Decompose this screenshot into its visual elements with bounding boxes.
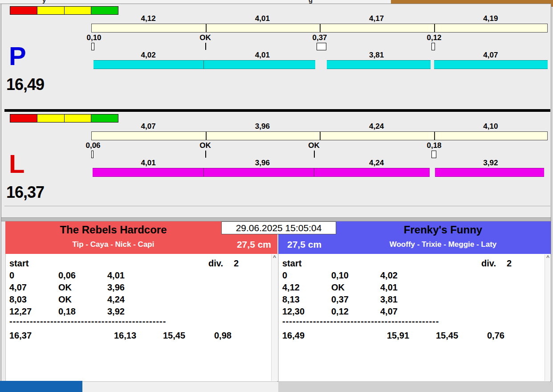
start-light-green-icon bbox=[91, 7, 118, 14]
split-time: 4,10 bbox=[434, 122, 548, 130]
split-time: 4,01 bbox=[205, 14, 319, 22]
start-light-yellow1-icon bbox=[37, 114, 64, 122]
table-scrollbar[interactable]: ^ bbox=[545, 254, 551, 381]
cell: 0,06 bbox=[58, 270, 76, 281]
cell: 0,18 bbox=[58, 306, 76, 317]
table-scrollbar[interactable]: ^ bbox=[271, 254, 277, 381]
table-row: 8,13 0,37 3,81 bbox=[279, 294, 550, 306]
dashed-line: ----------------------------------------… bbox=[282, 316, 439, 327]
jump-height: 27,5 cm bbox=[287, 239, 321, 250]
team-panel-left: The Rebels Hardcore Tip - Caya - Nick - … bbox=[5, 221, 277, 382]
bottom-strip-right bbox=[278, 382, 553, 392]
bar-tick bbox=[434, 132, 435, 140]
lane-letter: P bbox=[9, 43, 26, 69]
start-light-red-icon bbox=[10, 7, 37, 14]
scroll-up-icon[interactable]: ^ bbox=[545, 255, 551, 260]
gap-indicators bbox=[91, 151, 548, 158]
cell: 3,96 bbox=[107, 282, 125, 293]
cell: 3,81 bbox=[380, 294, 398, 305]
lane-panel-p: 4,12 4,01 4,17 4,19 0,10 OK 0,37 0,12 4,… bbox=[4, 4, 550, 109]
clipped-text-fragment: g bbox=[309, 0, 313, 4]
gap-box bbox=[91, 151, 94, 158]
total-cell: 15,45 bbox=[436, 331, 458, 341]
change-marker: OK bbox=[199, 33, 211, 42]
total-cell: 0,76 bbox=[487, 331, 504, 341]
ok-tick bbox=[205, 151, 206, 158]
cell: 4,12 bbox=[282, 282, 300, 293]
reference-time-bar bbox=[91, 131, 548, 140]
separator-row: ----------------------------------------… bbox=[279, 316, 550, 328]
run-time-bar bbox=[91, 168, 548, 177]
gap-box bbox=[91, 43, 94, 50]
start-lights bbox=[10, 6, 118, 15]
jump-height: 27,5 cm bbox=[237, 239, 271, 250]
total-cell: 16,49 bbox=[282, 331, 305, 341]
separator-row: ----------------------------------------… bbox=[6, 316, 277, 328]
division-value: 2 bbox=[507, 258, 512, 269]
division-label: div. bbox=[208, 258, 223, 269]
split-time: 4,17 bbox=[320, 14, 434, 22]
background-taskbar-fragment bbox=[0, 381, 82, 392]
bar-tick bbox=[320, 132, 321, 140]
run-segment bbox=[434, 60, 548, 69]
cell: 8,13 bbox=[282, 294, 300, 305]
table-row: 0 0,10 4,02 bbox=[279, 270, 550, 282]
split-time: 3,96 bbox=[205, 122, 319, 130]
total-cell: 0,98 bbox=[214, 331, 232, 341]
totals-row: 16,37 16,13 15,45 0,98 bbox=[6, 331, 277, 342]
change-markers: 0,10 OK 0,37 0,12 bbox=[91, 33, 548, 41]
dog-names: Tip - Caya - Nick - Capi bbox=[5, 237, 221, 249]
reference-split-times: 4,07 3,96 4,24 4,10 bbox=[91, 122, 548, 130]
table-row: 0 0,06 4,01 bbox=[6, 270, 277, 282]
section-splitter bbox=[1, 217, 551, 221]
split-time: 4,07 bbox=[91, 122, 205, 130]
split-time: 4,07 bbox=[434, 51, 548, 59]
timestamp: 29.06.2025 15:05:04 bbox=[221, 221, 336, 234]
division-label: div. bbox=[481, 258, 496, 269]
run-segment bbox=[435, 168, 544, 177]
run-time-bar bbox=[91, 60, 548, 69]
start-label: start bbox=[282, 258, 301, 269]
run-segment bbox=[203, 60, 315, 69]
cell: 0,10 bbox=[331, 270, 349, 281]
team-panel-right: Frenky's Funny Wooffy - Trixie - Meggie … bbox=[278, 221, 551, 382]
lane-panel-l: 4,07 3,96 4,24 4,10 0,06 OK OK 0,18 4,01… bbox=[4, 112, 550, 206]
start-label: start bbox=[9, 258, 28, 269]
change-marker: 0,06 bbox=[85, 141, 100, 150]
table-header-row: start div. 2 bbox=[279, 258, 550, 270]
split-time: 3,81 bbox=[320, 51, 434, 59]
gap-box bbox=[317, 43, 326, 50]
split-time: 4,02 bbox=[91, 51, 205, 59]
cell: 4,07 bbox=[9, 282, 27, 293]
change-marker: 0,10 bbox=[86, 33, 101, 42]
dashed-line: ----------------------------------------… bbox=[9, 316, 166, 327]
results-table: start div. 2 0 0,06 4,01 4,07 OK 3,96 8,… bbox=[5, 254, 277, 382]
bar-tick bbox=[320, 24, 321, 32]
split-time: 3,92 bbox=[434, 159, 548, 167]
run-segment bbox=[314, 168, 430, 177]
scroll-up-icon[interactable]: ^ bbox=[272, 255, 277, 260]
bar-tick bbox=[206, 132, 207, 140]
total-cell: 16,13 bbox=[114, 331, 136, 341]
run-split-times: 4,01 3,96 4,24 3,92 bbox=[91, 159, 548, 167]
split-time: 4,24 bbox=[320, 122, 434, 130]
cell: 12,30 bbox=[282, 306, 305, 317]
gap-box bbox=[431, 151, 436, 158]
cell: 4,01 bbox=[380, 282, 398, 293]
lane-letter: L bbox=[9, 151, 24, 177]
cell: 4,07 bbox=[380, 306, 398, 317]
dog-names: Wooffy - Trixie - Meggie - Laty bbox=[336, 237, 550, 249]
split-time: 4,12 bbox=[91, 14, 205, 22]
bar-tick bbox=[434, 24, 435, 32]
gap-indicators bbox=[91, 43, 548, 50]
cell: 4,01 bbox=[107, 270, 125, 281]
reference-time-bar bbox=[91, 24, 548, 33]
cell: 3,92 bbox=[107, 306, 125, 317]
lane-total-time: 16,49 bbox=[6, 75, 44, 94]
run-segment bbox=[327, 60, 431, 69]
split-time: 3,96 bbox=[205, 159, 319, 167]
split-time: 4,01 bbox=[91, 159, 205, 167]
start-light-yellow2-icon bbox=[64, 7, 91, 14]
change-marker: 0,37 bbox=[312, 33, 327, 42]
clipped-text-fragment: y bbox=[42, 0, 46, 4]
